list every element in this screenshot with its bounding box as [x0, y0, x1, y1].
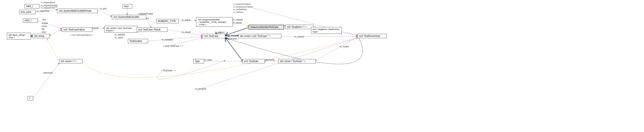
node-TestCase: ns3::TestCase	[202, 34, 225, 38]
label-elements-testsuite: elements	[265, 59, 275, 61]
node-int64_t: int64_t	[24, 4, 40, 8]
node-label-SystemWallClockMsPrivate: ns3::SystemWallClockMsPrivate	[59, 10, 92, 12]
node-TestCaseResult: ns3::TestCase::Result	[136, 27, 168, 32]
label-m_children: m_childrenelements	[228, 34, 239, 40]
node-label-Singleton_T: ns3::Singleton< T >	[287, 26, 306, 28]
node-TestSuite: ns3::TestSuite	[242, 59, 265, 63]
node-TestRunnerImpl: ns3::TestRunnerImpl	[358, 34, 387, 38]
node-label-TestRunnerImpl: ns3::TestRunnerImpl	[359, 35, 380, 37]
label-m_startTime: m_startTime	[37, 10, 49, 12]
node-label-TestSuite: ns3::TestSuite	[244, 60, 258, 62]
label-m_elapsed: m_elapsedRealm_elapsedSystemm_elapsedUse…	[41, 1, 58, 9]
label-m_result: m_result	[182, 31, 190, 33]
svg-line-18	[225, 38, 242, 61]
label-elements-main: elements	[44, 72, 53, 74]
node-label-std_vector_T: std::vector< T >	[61, 60, 76, 62]
node-Singleton_TestRunner: ns3::Singleton< TestRunnerImpl >	[311, 27, 342, 34]
node-std_vector_failure: std::vector< ns3::TestCaseFailure >	[104, 26, 138, 33]
label-m_suites: m_suites	[340, 45, 349, 48]
node-label-SequenceNumber: ns3::SequenceNumber< NUMERIC_TYPE, SIGNE…	[198, 18, 226, 26]
svg-line-24	[315, 37, 358, 61]
node-label-Singleton_TestRunner: ns3::Singleton< TestRunnerImpl >	[313, 28, 340, 33]
node-std_string: std::string	[32, 34, 50, 38]
svg-line-13	[147, 37, 202, 41]
node-label-std_basic_string: std::basic_string<Char >	[8, 34, 26, 39]
node-label-std_string: std::string	[34, 35, 44, 37]
node-label-SequenceNumberTestCase: SequenceNumberTestCase	[250, 26, 278, 28]
node-SequenceNumberTestCase: SequenceNumberTestCase	[248, 25, 284, 29]
node-label-TestCase: ns3::TestCase	[204, 35, 218, 37]
node-label-std_vector_TestCase: std::vector< ns3::TestCase * >	[240, 35, 270, 37]
label-m_runner: m_runner	[294, 35, 304, 38]
label-m_dataDir: m_dataDirm_name	[114, 33, 125, 39]
node-label-SystemWallClockMs: ns3::SystemWallClockMs	[114, 16, 139, 18]
node-label-std_vector_failure: std::vector< ns3::TestCaseFailure >	[106, 27, 132, 32]
label-m_newval: m_newvalm_oldval	[232, 18, 243, 24]
node-label-TestDuration: TestDuration	[130, 40, 142, 42]
label-m_priv: m_priv	[100, 7, 106, 10]
label-m_parent: m_parent	[215, 31, 224, 34]
node-std_vector_TestSuite: std::vector< TestSuite * >	[278, 59, 316, 63]
svg-line-3	[50, 30, 62, 35]
node-label-bool: bool	[124, 5, 128, 7]
node-T: T	[28, 96, 33, 100]
node-label-TestCaseFailure: ns3::TestCaseFailure	[64, 28, 85, 31]
node-label-NUMERIC_TYPE: NUMERIC_TYPE	[158, 20, 176, 22]
svg-line-25	[253, 8, 358, 35]
node-time_point: time_point	[19, 10, 36, 14]
node-NUMERIC_TYPE: NUMERIC_TYPE	[156, 19, 179, 23]
node-std_vector_TestCase: std::vector< ns3::TestCase * >	[238, 34, 281, 38]
svg-line-5	[97, 10, 112, 16]
svg-line-27	[197, 38, 358, 90]
node-label-Type: Type	[195, 60, 200, 62]
node-SystemWallClockMsPrivate: ns3::SystemWallClockMsPrivate	[57, 9, 98, 13]
diagram-container: int64_t time_point int32_t std::string s…	[0, 0, 644, 132]
node-label-time_point: time_point	[20, 11, 31, 13]
node-TestCaseFailure: ns3::TestCaseFailure	[62, 27, 92, 32]
node-label-T: T	[29, 97, 30, 100]
node-bool: bool	[122, 4, 132, 8]
node-std_vector_T: std::vector< T >	[59, 59, 83, 63]
label-m_assert: m_assertOnFailurem_continueOnFailurem_up…	[233, 3, 253, 14]
svg-line-16	[47, 39, 59, 61]
label-m_tempDir: m_tempDir	[195, 88, 206, 90]
label-m_type: m_type	[204, 59, 212, 61]
node-Type: Type	[193, 59, 204, 63]
node-SequenceNumber: ns3::SequenceNumber< NUMERIC_TYPE, SIGNE…	[196, 17, 233, 27]
node-TestDuration: TestDuration	[128, 39, 148, 43]
node-label-int64_t: int64_t	[26, 5, 33, 7]
node-int32_t: int32_t	[23, 18, 38, 23]
label-ns3-testcase-ptr: < ns3::TestCase * >	[163, 45, 183, 47]
label-m_value: m_value	[182, 19, 190, 21]
node-label-int32_t: int32_t	[24, 19, 32, 22]
node-Singleton_T: ns3::Singleton< T >	[285, 25, 314, 29]
arrows-svg	[0, 0, 644, 132]
label-TestSuite-ptr: < TestSuite * >	[161, 69, 176, 72]
svg-line-17	[33, 63, 59, 98]
node-std_basic_string: std::basic_string<Char >	[7, 33, 31, 40]
label-line: line	[42, 18, 46, 21]
node-label-TestCaseResult: ns3::TestCase::Result	[138, 28, 160, 31]
label-ns3-TestCaseFailure: < ns3::TestCaseFailure >	[70, 34, 93, 36]
label-m_duration: m_duration	[162, 38, 173, 41]
node-label-std_vector_TestSuite: std::vector< TestSuite * >	[280, 60, 306, 62]
node-SystemWallClockMs: ns3::SystemWallClockMs	[112, 15, 146, 19]
